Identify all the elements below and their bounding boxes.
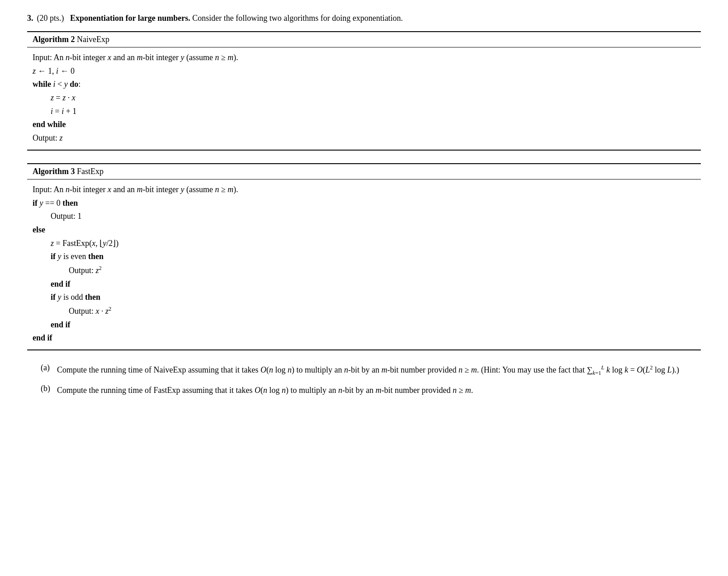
algorithm3-output-xz2-line: Output: x · z2: [33, 304, 695, 318]
algorithm3-body: Input: An n-bit integer x and an m-bit i…: [27, 179, 701, 349]
question-number: 3.: [27, 14, 33, 23]
algorithm3-output-z2-line: Output: z2: [33, 264, 695, 278]
algorithm3-if3-line: if y is odd then: [33, 291, 695, 304]
algorithm2-endwhile-line: end while: [33, 118, 695, 132]
question-title: (20 pts.) Exponentiation for large numbe…: [37, 14, 403, 23]
algorithm2-label: Algorithm 2: [33, 35, 75, 44]
algorithm2-output-line: Output: z: [33, 132, 695, 145]
algorithm2-body1-line: z = z · x: [33, 91, 695, 105]
algorithm3-endifmain-line: end if: [33, 331, 695, 345]
part-a-label: (a): [41, 363, 53, 373]
algorithm3-z-assign-line: z = FastExp(x, ⌊y/2⌋): [33, 237, 695, 250]
part-a-text: Compute the running time of NaiveExp ass…: [57, 363, 679, 378]
algorithm2-box: Algorithm 2 NaiveExp Input: An n-bit int…: [27, 31, 701, 151]
question-title-rest: Consider the following two algorithms fo…: [192, 14, 403, 23]
algorithm3-endif2-line: end if: [33, 278, 695, 291]
algorithm3-output1-line: Output: 1: [33, 210, 695, 223]
algorithm2-body2-line: i = i + 1: [33, 105, 695, 118]
questions-section: (a) Compute the running time of NaiveExp…: [27, 363, 701, 397]
algorithm3-else-line: else: [33, 223, 695, 237]
algorithm3-endif3-line: end if: [33, 318, 695, 332]
algorithm2-while-line: while i < y do:: [33, 78, 695, 91]
algorithm2-input-line: Input: An n-bit integer x and an m-bit i…: [33, 51, 695, 65]
algorithm3-if1-line: if y == 0 then: [33, 197, 695, 210]
algorithm2-name: NaiveExp: [77, 35, 109, 44]
algorithm3-input-line: Input: An n-bit integer x and an m-bit i…: [33, 183, 695, 197]
algorithm3-if2-line: if y is even then: [33, 250, 695, 264]
algorithm3-header: Algorithm 3 FastExp: [27, 164, 701, 179]
question-title-bold: Exponentiation for large numbers.: [70, 14, 190, 23]
part-b-item: (b) Compute the running time of FastExp …: [41, 384, 701, 397]
algorithm3-box: Algorithm 3 FastExp Input: An n-bit inte…: [27, 163, 701, 350]
question-points: (20 pts.): [37, 14, 64, 23]
question-header: 3. (20 pts.) Exponentiation for large nu…: [27, 14, 701, 23]
part-a-item: (a) Compute the running time of NaiveExp…: [41, 363, 701, 378]
algorithm2-header: Algorithm 2 NaiveExp: [27, 32, 701, 47]
part-b-label: (b): [41, 384, 53, 393]
algorithm2-body: Input: An n-bit integer x and an m-bit i…: [27, 47, 701, 150]
algorithm3-name: FastExp: [77, 167, 104, 176]
algorithm2-init-line: z ← 1, i ← 0: [33, 65, 695, 78]
algorithm3-label: Algorithm 3: [33, 167, 75, 176]
part-b-text: Compute the running time of FastExp assu…: [57, 384, 473, 397]
